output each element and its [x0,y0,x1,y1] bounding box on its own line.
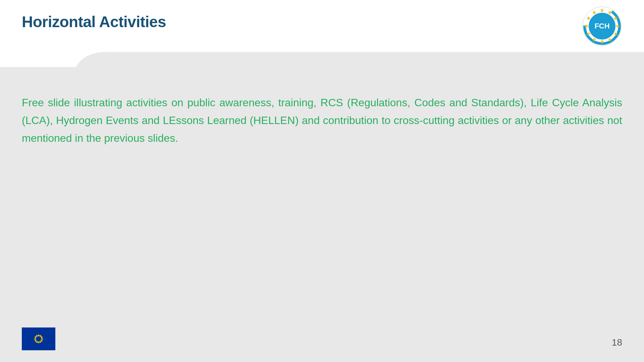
svg-rect-16 [22,327,55,350]
page-number: 18 [612,337,622,348]
header-background [0,0,644,67]
fch-logo: FCH [582,6,622,46]
main-content: Free slide illustrating activities on pu… [22,94,622,147]
body-text: Free slide illustrating activities on pu… [22,94,622,147]
page-title: Horizontal Activities [22,13,166,31]
svg-text:FCH: FCH [594,22,609,30]
fch-logo-container: FCH [582,6,622,48]
slide: Horizontal Activities FCH [0,0,644,362]
eu-flag-svg [22,327,55,350]
eu-flag [22,327,55,350]
